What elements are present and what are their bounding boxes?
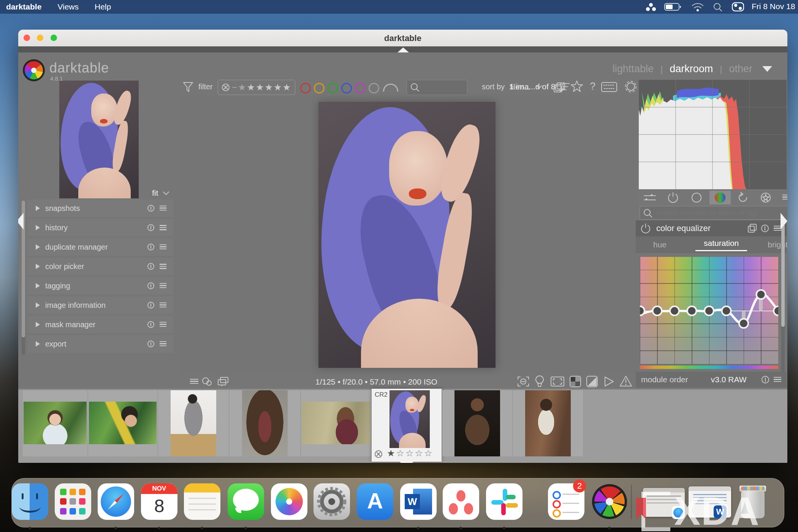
reset-icon[interactable] <box>147 262 155 271</box>
battery-icon[interactable] <box>664 3 682 11</box>
color-label-blue[interactable] <box>341 83 352 93</box>
help-button[interactable]: ? <box>590 81 595 92</box>
gamut-check-icon[interactable] <box>603 375 615 388</box>
dock-word-icon[interactable]: W <box>400 483 437 520</box>
filmstrip-thumb-3[interactable] <box>158 390 229 456</box>
control-center-icon[interactable] <box>732 2 744 11</box>
reset-icon[interactable] <box>147 204 155 212</box>
module-presets-icon[interactable] <box>774 226 781 231</box>
left-module-image-information[interactable]: image information <box>27 296 173 314</box>
rating-filter-widget[interactable]: − ★ ★★★★★ <box>218 80 295 95</box>
view-tab-darkroom[interactable]: darkroom <box>670 63 713 75</box>
menubar-help[interactable]: Help <box>95 2 111 11</box>
view-tab-lighttable[interactable]: lighttable <box>613 63 654 75</box>
presets-menu-icon[interactable] <box>160 322 166 327</box>
star-grouping-icon[interactable] <box>570 80 584 93</box>
filmstrip-thumb-1[interactable] <box>23 390 87 456</box>
filmstrip-thumb-2[interactable] <box>88 390 157 456</box>
dock-darktable-icon[interactable] <box>591 483 628 520</box>
color-label-any-icon[interactable] <box>383 84 398 92</box>
color-label-yellow[interactable] <box>314 83 325 93</box>
module-groups-menu-icon[interactable] <box>782 195 787 200</box>
filmstrip-thumb-selected[interactable]: CR2 ★☆☆☆☆ <box>372 389 442 462</box>
right-panel-scrollbar[interactable] <box>781 220 785 372</box>
reject-icon[interactable] <box>374 450 383 459</box>
tab-saturation[interactable]: saturation <box>695 239 747 251</box>
reset-icon[interactable] <box>147 282 155 290</box>
dock-finder-icon[interactable] <box>12 483 48 520</box>
favorites-group-icon[interactable] <box>690 192 703 204</box>
darkroom-canvas[interactable] <box>179 95 638 374</box>
filmstrip-thumb-4[interactable] <box>230 390 300 456</box>
keyboard-shortcuts-icon[interactable] <box>601 82 617 92</box>
presets-menu-icon[interactable] <box>160 225 166 230</box>
dock-safari-icon[interactable] <box>98 483 134 520</box>
color-label-green[interactable] <box>328 83 338 93</box>
presets-menu-icon[interactable] <box>160 341 166 347</box>
dock-settings-icon[interactable] <box>314 483 350 520</box>
histogram[interactable] <box>639 80 787 189</box>
second-window-icon[interactable] <box>217 377 229 386</box>
dock-slack-icon[interactable] <box>486 483 522 520</box>
collapse-left-panel-arrow[interactable] <box>18 213 24 230</box>
dock-launchpad-icon[interactable] <box>55 483 91 520</box>
reset-icon[interactable] <box>147 340 155 348</box>
wifi-icon[interactable] <box>692 2 704 12</box>
selected-thumb-image[interactable] <box>390 390 430 448</box>
star-rating[interactable]: ★☆☆☆☆ <box>387 448 434 459</box>
presets-menu-icon[interactable] <box>774 377 781 383</box>
navigation-thumbnail[interactable] <box>59 81 139 198</box>
active-modules-group-icon[interactable] <box>667 192 679 204</box>
main-image[interactable] <box>318 102 496 368</box>
spotlight-search-icon[interactable] <box>713 2 723 12</box>
left-module-color-picker[interactable]: color picker <box>27 258 173 275</box>
left-module-duplicate-manager[interactable]: duplicate manager <box>27 238 173 256</box>
focus-peaking-icon[interactable] <box>517 376 530 387</box>
stacked-images-icon[interactable] <box>553 81 566 93</box>
multi-instance-icon[interactable] <box>747 223 758 233</box>
overexposure-warning-icon[interactable] <box>619 375 632 387</box>
menubar-app-name[interactable]: darktable <box>6 2 41 11</box>
left-module-tagging[interactable]: tagging <box>27 277 173 294</box>
menubar-clock[interactable]: Fri 8 Nov 18 <box>752 2 795 11</box>
filmstrip-thumb-5[interactable] <box>301 390 371 456</box>
collapse-top-panel-arrow[interactable] <box>397 48 409 52</box>
reset-icon[interactable] <box>147 301 155 309</box>
menubar-extra-icon[interactable] <box>645 2 657 12</box>
equalizer-curve-graph[interactable] <box>640 257 778 364</box>
left-module-export[interactable]: export <box>27 335 173 353</box>
dock-asana-icon[interactable] <box>443 483 479 520</box>
color-label-red[interactable] <box>300 83 311 93</box>
zoom-fit-icon[interactable] <box>550 376 565 387</box>
presets-menu-icon[interactable] <box>160 244 166 250</box>
dock-notes-icon[interactable] <box>184 483 220 520</box>
module-search-box[interactable] <box>640 206 787 220</box>
reset-module-icon[interactable] <box>760 223 771 233</box>
reject-filter-icon[interactable] <box>221 83 230 92</box>
image-search-box[interactable] <box>407 80 467 95</box>
module-order-value[interactable]: v3.0 RAW <box>711 375 747 384</box>
filmstrip-thumb-8[interactable] <box>513 390 583 456</box>
presets-menu-icon[interactable] <box>160 302 166 308</box>
effects-group-icon[interactable] <box>760 192 772 204</box>
filmstrip-thumb-7[interactable] <box>442 390 512 456</box>
menubar-views[interactable]: Views <box>57 2 79 11</box>
reset-icon[interactable] <box>147 223 155 232</box>
left-module-mask-manager[interactable]: mask manager <box>27 316 173 333</box>
reset-icon[interactable] <box>147 243 155 251</box>
reset-icon[interactable] <box>147 320 155 329</box>
presets-menu-icon[interactable] <box>160 264 166 269</box>
dock-calendar-icon[interactable]: NOV 8 <box>141 483 177 520</box>
dock-messages-icon[interactable] <box>228 483 264 520</box>
iso12646-lamp-icon[interactable] <box>534 375 545 388</box>
preferences-gear-icon[interactable] <box>624 80 638 93</box>
overlays-menu-icon[interactable] <box>190 379 198 385</box>
presets-menu-icon[interactable] <box>160 206 166 211</box>
zoom-mode-dropdown[interactable]: fit <box>152 188 170 198</box>
color-label-gray[interactable] <box>369 83 379 93</box>
module-power-icon[interactable] <box>640 223 651 234</box>
dock-appstore-icon[interactable]: A <box>357 483 393 520</box>
module-search-input[interactable] <box>655 208 782 217</box>
window-titlebar[interactable]: darktable <box>18 30 787 46</box>
left-module-history[interactable]: history <box>27 219 173 236</box>
